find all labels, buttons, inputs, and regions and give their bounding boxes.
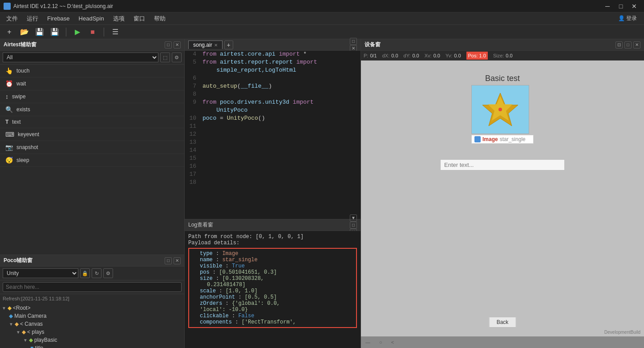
code-line-18: 18	[185, 179, 360, 187]
api-exists-label: exists	[16, 106, 30, 113]
tab-close-icon[interactable]: ✕	[214, 43, 218, 48]
back-button[interactable]: Back	[489, 317, 516, 328]
open-button[interactable]: 📂	[19, 26, 30, 38]
app-title: Airtest IDE v1.2.12 ~~ D:\test_plu\song.…	[13, 3, 113, 9]
log-content: Path from root node: [0, 1, 0, 0, 1] Pay…	[185, 231, 360, 348]
minimize-button[interactable]: ─	[601, 2, 614, 11]
poco-platform-select[interactable]: Unity	[3, 268, 78, 278]
code-expand-button[interactable]: □	[350, 38, 357, 45]
log-detail-visible: visible : True	[193, 263, 352, 269]
menu-window[interactable]: 窗口	[129, 13, 150, 24]
poco-panel-title: Poco辅助窗	[4, 257, 32, 264]
code-line-14: 14	[185, 147, 360, 155]
tree-item-playbasic[interactable]: ▼ ◆ playBasic	[0, 336, 184, 344]
nav-menu-button[interactable]: <	[391, 340, 394, 345]
api-item-touch[interactable]: 👆 touch	[0, 65, 184, 77]
tree-item-canvas[interactable]: ▼ ◆ < Canvas	[0, 320, 184, 328]
menu-file[interactable]: 文件	[2, 13, 22, 24]
tree-item-title[interactable]: ■ title	[0, 344, 184, 348]
device-panel-title: 设备窗	[365, 41, 381, 49]
titlebar: Airtest IDE v1.2.12 ~~ D:\test_plu\song.…	[0, 0, 644, 12]
canvas-icon: ◆	[15, 321, 20, 327]
close-button[interactable]: ✕	[628, 2, 640, 11]
menu-options[interactable]: 选项	[109, 13, 129, 24]
root-icon: ◆	[8, 305, 13, 311]
airtest-settings-button[interactable]: ⚙	[172, 53, 182, 62]
airtest-record-button[interactable]: ⬚	[160, 53, 170, 62]
login-button[interactable]: 👤 登录	[613, 15, 642, 22]
exists-icon: 🔍	[5, 106, 13, 113]
device-panel-buttons: ⊡ □ ✕	[616, 41, 640, 49]
code-tab-song[interactable]: song.air ✕	[188, 40, 223, 49]
code-editor[interactable]: 4 from airtest.core.api import * 5 from …	[185, 51, 360, 219]
code-line-4: 4 from airtest.core.api import *	[185, 51, 360, 59]
nav-back-button[interactable]: —	[365, 340, 370, 345]
poco-lock-button[interactable]: 🔒	[80, 268, 90, 278]
device-text-input[interactable]	[440, 159, 565, 170]
title-label: title	[35, 345, 44, 348]
nav-home-button[interactable]: ○	[379, 340, 382, 345]
menu-button[interactable]: ☰	[109, 26, 121, 38]
star-container: Image star_single	[471, 85, 534, 144]
api-item-exists[interactable]: 🔍 exists	[0, 103, 184, 116]
log-filter-button[interactable]: ▼	[350, 214, 357, 222]
plays-icon: ◆	[22, 329, 27, 335]
playbasic-label: playBasic	[34, 337, 57, 343]
device-expand-button[interactable]: □	[624, 41, 632, 49]
save-all-button[interactable]: 💾	[49, 26, 61, 38]
code-line-11: 11	[185, 123, 360, 131]
run-button[interactable]: ▶	[72, 26, 83, 38]
airtest-expand-button[interactable]: □	[165, 41, 172, 49]
airtest-panel-header: Airtest辅助窗 □ ✕	[0, 39, 184, 51]
device-fullscreen-button[interactable]: ⊡	[616, 41, 623, 49]
code-line-16: 16	[185, 163, 360, 171]
tab-add-button[interactable]: +	[224, 40, 233, 49]
coord-size: Size: 0.0	[493, 53, 513, 58]
menu-firebase[interactable]: Firebase	[43, 13, 74, 24]
camera-label: Main Camera	[14, 313, 46, 319]
api-item-wait[interactable]: ⏰ wait	[0, 77, 184, 90]
menubar: 文件 运行 Firebase HeadSpin 选项 窗口 帮助 👤 登录	[0, 12, 644, 25]
stop-button[interactable]: ■	[87, 26, 98, 38]
api-wait-label: wait	[16, 81, 26, 87]
tree-item-plays[interactable]: ▼ ◆ < plays	[0, 328, 184, 336]
poco-refresh-button[interactable]: ↻	[92, 268, 101, 278]
log-detail-clickable: clickable : False	[193, 313, 352, 319]
code-line-5b: simple_report,LogToHtml	[185, 67, 360, 75]
api-text-label: text	[12, 119, 20, 125]
menu-help[interactable]: 帮助	[150, 13, 170, 24]
api-item-text[interactable]: T text	[0, 116, 184, 128]
poco-settings-button[interactable]: ⚙	[103, 268, 113, 278]
log-detail-type: type : Image	[193, 251, 352, 257]
airtest-close-button[interactable]: ✕	[174, 41, 181, 49]
api-item-snapshot[interactable]: 📷 snapshot	[0, 141, 184, 154]
api-item-swipe[interactable]: ↕ swipe	[0, 90, 184, 103]
menu-headspin[interactable]: HeadSpin	[74, 13, 109, 24]
poco-search-input[interactable]	[3, 282, 182, 292]
code-line-10: 10 poco = UnityPoco()	[185, 115, 360, 123]
log-expand-button[interactable]: □	[350, 222, 357, 229]
api-item-keyevent[interactable]: ⌨ keyevent	[0, 128, 184, 141]
dev-build-label: DevelopmentBuild	[604, 330, 640, 335]
poco-expand-button[interactable]: □	[165, 257, 172, 264]
maximize-button[interactable]: □	[615, 2, 627, 11]
airtest-panel-buttons: □ ✕	[165, 41, 181, 49]
airtest-filter-select[interactable]: All	[3, 53, 158, 62]
menu-run[interactable]: 运行	[22, 13, 43, 24]
device-bottom-bar: — ○ <	[361, 336, 644, 348]
code-line-13: 13	[185, 139, 360, 147]
tree-item-main-camera[interactable]: ◆ Main Camera	[0, 312, 184, 320]
log-detail-anchor: anchorPoint : [0.5, 0.5]	[193, 294, 352, 300]
log-detail-components: components : ['RectTransform',	[193, 319, 352, 325]
log-detail-zorders2: 'local': -10.0}	[193, 307, 352, 313]
save-button[interactable]: 💾	[34, 26, 45, 38]
tree-item-root[interactable]: ▼ ◆ <Root>	[0, 304, 184, 312]
new-button[interactable]: +	[4, 26, 15, 38]
coord-xv: Xv: 0.0	[425, 53, 440, 58]
log-panel: Log查看窗 ▼ □ ✕ Path from root node: [0, 1,…	[185, 219, 360, 348]
poco-close-button[interactable]: ✕	[174, 257, 181, 264]
poco-section: Poco辅助窗 □ ✕ Unity 🔒 ↻ ⚙ Refresh:[2021-11…	[0, 255, 184, 348]
title-left: Airtest IDE v1.2.12 ~~ D:\test_plu\song.…	[4, 3, 113, 10]
device-close-button[interactable]: ✕	[633, 41, 640, 49]
api-item-sleep[interactable]: 😴 sleep	[0, 154, 184, 167]
